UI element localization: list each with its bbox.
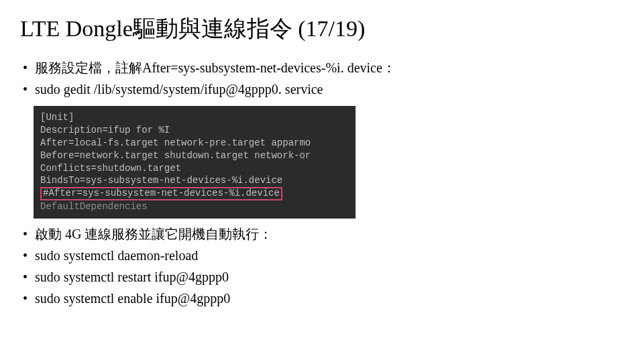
bullet-item: sudo systemctl restart ifup@4gppp0 (20, 267, 624, 287)
bullet-item: sudo systemctl daemon-reload (20, 245, 624, 265)
bullet-item: sudo gedit /lib/systemd/system/ifup@4gpp… (20, 79, 624, 99)
slide: LTE Dongle驅動與連線指令 (17/19) 服務設定檔，註解After=… (0, 0, 644, 327)
terminal-line: After=local-fs.target network-pre.target… (40, 137, 349, 149)
bullet-item: 啟動 4G 連線服務並讓它開機自動執行： (20, 224, 624, 244)
terminal-line: Description=ifup for %I (40, 124, 349, 137)
terminal-line-highlight: #After=sys-subsystem-net-devices-%i.devi… (40, 187, 349, 200)
terminal-line: Before=network.target shutdown.target ne… (40, 149, 349, 162)
terminal-line: [Unit] (40, 111, 349, 124)
terminal-screenshot: [Unit] Description=ifup for %I After=loc… (34, 106, 356, 219)
bullet-item: sudo systemctl enable ifup@4gppp0 (20, 288, 624, 308)
slide-title: LTE Dongle驅動與連線指令 (17/19) (20, 13, 624, 44)
bullets-top: 服務設定檔，註解After=sys-subsystem-net-devices-… (20, 58, 624, 99)
terminal-line-dim: DefaultDependencies (40, 200, 349, 213)
highlight-box: #After=sys-subsystem-net-devices-%i.devi… (40, 187, 282, 200)
bullet-item: 服務設定檔，註解After=sys-subsystem-net-devices-… (20, 58, 624, 78)
terminal-line: Conflicts=shutdown.target (40, 162, 349, 175)
bullets-bottom: 啟動 4G 連線服務並讓它開機自動執行： sudo systemctl daem… (20, 224, 624, 308)
terminal-line: BindsTo=sys-subsystem-net-devices-%i.dev… (40, 174, 349, 187)
